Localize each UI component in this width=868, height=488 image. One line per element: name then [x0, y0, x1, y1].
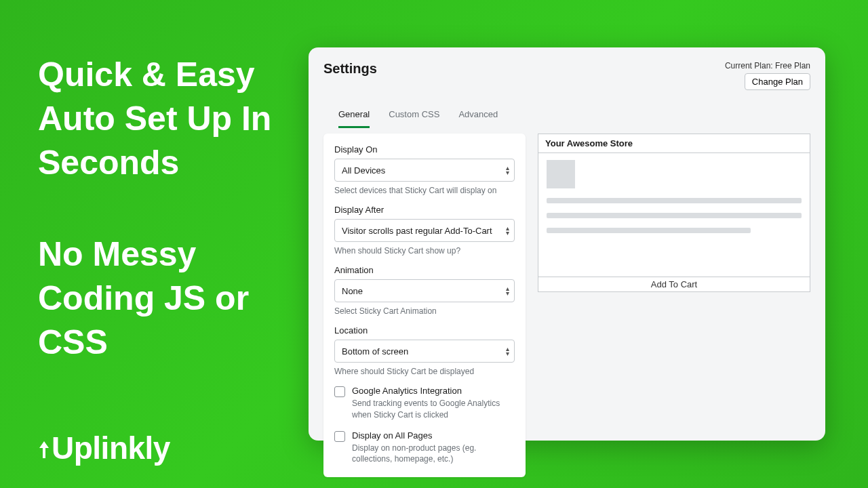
preview-add-to-cart: Add To Cart — [538, 277, 810, 291]
all-pages-title: Display on All Pages — [352, 430, 515, 441]
preview-store-name: Your Awesome Store — [538, 134, 810, 153]
ga-integration-title: Google Analytics Integration — [352, 386, 515, 396]
panel-title: Settings — [323, 61, 377, 77]
ga-integration-desc: Send tracking events to Google Analytics… — [352, 398, 515, 421]
tab-general[interactable]: General — [338, 109, 370, 128]
brand-name: Uplinkly — [52, 430, 170, 466]
location-label: Location — [334, 325, 515, 336]
ga-integration-checkbox[interactable] — [334, 386, 345, 397]
preview-text-line — [547, 198, 802, 203]
animation-label: Animation — [334, 265, 515, 275]
general-settings-form: Display On ▴▾ Select devices that Sticky… — [323, 134, 526, 477]
settings-panel: Settings Current Plan: Free Plan Change … — [309, 47, 825, 441]
current-plan-label: Current Plan: Free Plan — [725, 61, 810, 70]
all-pages-checkbox[interactable] — [334, 431, 345, 442]
location-helper: Where should Sticky Cart be displayed — [334, 367, 515, 376]
display-on-select[interactable] — [334, 159, 515, 182]
tab-advanced[interactable]: Advanced — [458, 109, 498, 127]
preview-text-line — [547, 213, 802, 218]
animation-select[interactable] — [334, 279, 515, 302]
location-select[interactable] — [334, 340, 515, 363]
display-on-label: Display On — [334, 144, 515, 155]
tab-custom-css[interactable]: Custom CSS — [389, 109, 439, 127]
display-after-label: Display After — [334, 205, 515, 215]
headline-1: Quick & Easy Auto Set Up In Seconds — [38, 53, 282, 185]
arrow-up-icon — [38, 440, 50, 459]
marketing-copy: Quick & Easy Auto Set Up In Seconds No M… — [38, 53, 282, 365]
preview-text-line — [547, 228, 751, 233]
preview-body — [538, 153, 810, 277]
preview-image-placeholder — [547, 160, 575, 188]
display-on-helper: Select devices that Sticky Cart will dis… — [334, 186, 515, 195]
animation-helper: Select Sticky Cart Animation — [334, 306, 515, 316]
change-plan-button[interactable]: Change Plan — [745, 73, 810, 90]
all-pages-desc: Display on non-product pages (eg. collec… — [352, 443, 515, 466]
display-after-select[interactable] — [334, 219, 515, 242]
brand-logo: Uplinkly — [38, 430, 170, 466]
display-after-helper: When should Sticky Cart show up? — [334, 246, 515, 256]
settings-tabs: General Custom CSS Advanced — [323, 109, 810, 128]
headline-2: No Messy Coding JS or CSS — [38, 232, 282, 365]
preview-pane: Your Awesome Store Add To Cart — [538, 134, 810, 292]
